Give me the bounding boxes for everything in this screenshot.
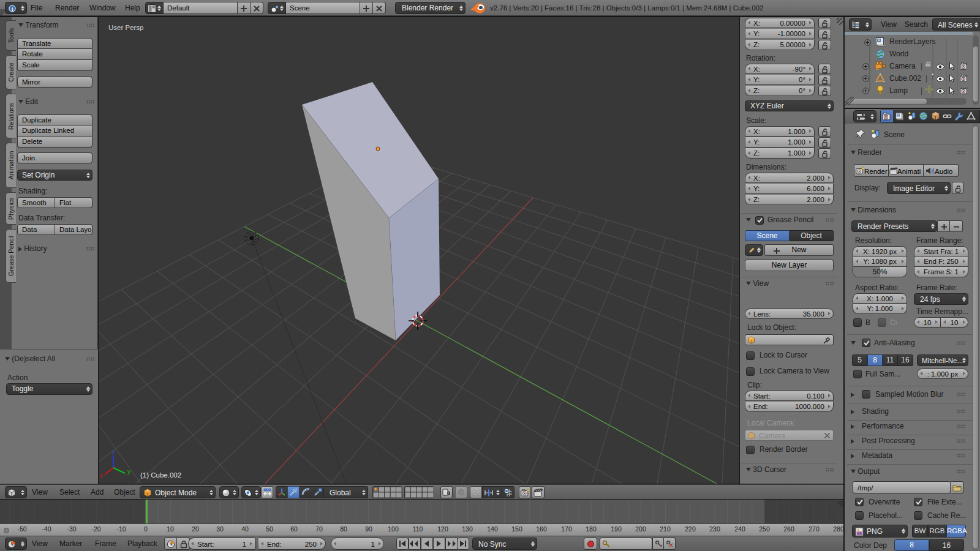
- svg-text:z: z: [112, 449, 115, 455]
- svg-text:y: y: [127, 468, 130, 475]
- svg-text:i: i: [12, 6, 13, 12]
- svg-text:(1) Cube.002: (1) Cube.002: [140, 471, 181, 479]
- svg-text:User Persp: User Persp: [108, 24, 144, 31]
- svg-text:x: x: [100, 472, 103, 479]
